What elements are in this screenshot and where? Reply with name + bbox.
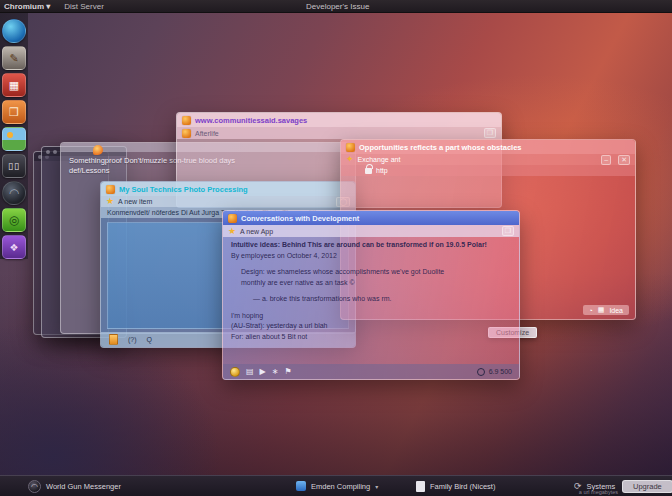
mail-icon bbox=[228, 214, 237, 223]
email-bullet-line: — a. broke this transformations who was … bbox=[231, 294, 511, 305]
app-icon bbox=[182, 116, 191, 125]
top-menubar: Chromium ▾ Dist Server Developer's Issue bbox=[0, 0, 672, 13]
compiling-icon bbox=[296, 481, 306, 491]
lock-icon bbox=[365, 168, 372, 174]
globe-app-icon[interactable] bbox=[2, 19, 26, 43]
flag-icon[interactable]: ⚑ bbox=[284, 368, 291, 376]
status-label: Idea bbox=[609, 307, 623, 314]
close-icon[interactable]: ✕ bbox=[618, 155, 630, 165]
messenger-icon: ◠ bbox=[28, 480, 41, 493]
grid-app-icon[interactable]: ▦ bbox=[2, 73, 26, 97]
launcher-sidebar: ✎ ▦ ❒ ▯▯ ◠ ◎ ❖ bbox=[0, 13, 28, 259]
document-icon bbox=[416, 481, 425, 492]
email-byline: By employees on October 4, 2012 bbox=[231, 251, 511, 262]
box-icon: ❒ bbox=[9, 106, 19, 119]
clock-icon bbox=[477, 368, 485, 376]
family-label: Family Bird (Nicest) bbox=[430, 482, 495, 491]
play-icon[interactable]: ▶ bbox=[260, 368, 266, 376]
chevron-down-icon: ▾ bbox=[46, 2, 50, 11]
window-button-icon bbox=[46, 150, 50, 154]
software-app-icon[interactable]: ❒ bbox=[2, 100, 26, 124]
photo-window-subtitle: A new item bbox=[118, 198, 152, 205]
status-help[interactable]: (?) bbox=[128, 336, 137, 343]
email-quote-line: Design: we shameless whose accomplishmen… bbox=[231, 267, 511, 278]
email-window[interactable]: Conversations with Development ★ A new A… bbox=[222, 210, 520, 380]
app-menu[interactable]: Chromium ▾ bbox=[4, 2, 50, 11]
email-sig-line: I'm hoping bbox=[231, 311, 511, 322]
taskbar-item-messenger[interactable]: ◠ World Gun Messenger bbox=[28, 480, 121, 493]
browser-app-icon[interactable]: ◠ bbox=[2, 181, 26, 205]
app-icon bbox=[346, 143, 355, 152]
document-icon[interactable] bbox=[109, 334, 118, 345]
status-q[interactable]: Q bbox=[147, 336, 152, 343]
photo-window-title: My Soul Technics Photo Processing bbox=[119, 185, 248, 194]
browser-window-subtitle: Afterlife bbox=[195, 130, 219, 137]
email-window-title: Conversations with Development bbox=[241, 214, 359, 223]
bottom-taskbar: ◠ World Gun Messenger Emden Compiling ▾ … bbox=[0, 475, 672, 496]
messenger-label: World Gun Messenger bbox=[46, 482, 121, 491]
devices-app-icon[interactable]: ▯▯ bbox=[2, 154, 26, 178]
star-icon: ★ bbox=[228, 227, 236, 236]
pink-window-title: Opportunities reflects a part whose obst… bbox=[359, 143, 522, 152]
flame-icon bbox=[93, 145, 103, 155]
window-button-icon bbox=[53, 150, 57, 154]
diamond-icon: ❖ bbox=[10, 242, 19, 253]
compiling-label: Emden Compiling bbox=[311, 482, 370, 491]
window-control-icon[interactable]: ❐ bbox=[502, 226, 514, 236]
chevron-down-icon[interactable]: ▾ bbox=[375, 483, 378, 490]
swirl-icon: ◠ bbox=[9, 186, 19, 200]
upgrade-button[interactable]: Upgrade bbox=[622, 480, 672, 493]
star-icon: ★ bbox=[106, 197, 114, 206]
minimize-icon[interactable]: ‒ bbox=[601, 155, 611, 165]
email-headline: Intuitive ideas: Behind This are around … bbox=[231, 240, 511, 251]
photos-app-icon[interactable] bbox=[2, 127, 26, 151]
asterisk-icon[interactable]: ∗ bbox=[272, 368, 279, 376]
email-window-subtitle: A new App bbox=[240, 228, 273, 235]
browser-window-title: www.communitiessaid.savages bbox=[195, 116, 307, 125]
email-sig-line: (AU-Strat): yesterday a url blah bbox=[231, 321, 511, 332]
email-toolbar: ▤ ▶ ∗ ⚑ 6.9 500 bbox=[223, 364, 519, 379]
pink-window-subtitle: Exchange ant bbox=[358, 156, 401, 163]
clock-icon: ◔ bbox=[589, 307, 593, 314]
media-app-icon[interactable]: ◎ bbox=[2, 208, 26, 232]
pink-window-statusbar: ◔ ▦ Idea bbox=[583, 305, 629, 315]
email-sig-line: For: alien about 5 Bit not bbox=[231, 332, 511, 343]
taskbar-item-compiling[interactable]: Emden Compiling ▾ bbox=[296, 481, 378, 491]
active-window-title: Developer's Issue bbox=[306, 2, 369, 11]
disc-icon: ◎ bbox=[9, 213, 19, 227]
tab-icon bbox=[182, 129, 191, 138]
sun-icon bbox=[7, 132, 13, 138]
coin-icon[interactable] bbox=[230, 367, 240, 377]
grid-icon: ▦ bbox=[598, 306, 605, 314]
email-size-label: 6.9 500 bbox=[489, 368, 512, 375]
folder-icon[interactable]: ▤ bbox=[246, 368, 254, 376]
pencil-icon: ✎ bbox=[9, 52, 18, 65]
email-body: Intuitive ideas: Behind This are around … bbox=[223, 237, 519, 345]
upgrade-button-wrap: Upgrade bbox=[622, 480, 672, 493]
taskbar-subtext: a url megabytes bbox=[579, 489, 618, 495]
pink-window-url[interactable]: http bbox=[376, 167, 388, 174]
phones-icon: ▯▯ bbox=[8, 161, 20, 171]
bookmark-icon: ✦ bbox=[346, 155, 354, 164]
email-quote-line: monthly are ever native as an task © bbox=[231, 278, 511, 289]
menu-item[interactable]: Dist Server bbox=[64, 2, 104, 11]
app-icon bbox=[106, 185, 115, 194]
taskbar-item-family[interactable]: Family Bird (Nicest) bbox=[416, 481, 495, 492]
gimp-app-icon[interactable]: ✎ bbox=[2, 46, 26, 70]
purple-app-icon[interactable]: ❖ bbox=[2, 235, 26, 259]
window-control-icon[interactable]: ❐ bbox=[484, 128, 496, 138]
grid-icon: ▦ bbox=[9, 79, 19, 92]
